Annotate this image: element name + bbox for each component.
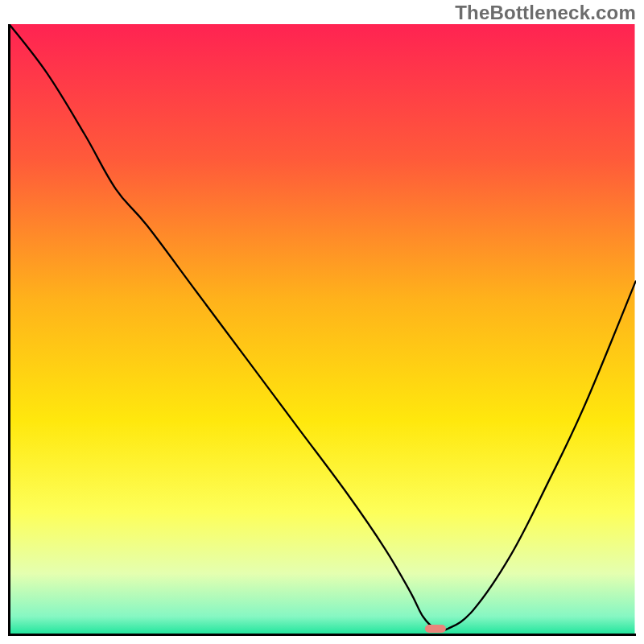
chart-container: TheBottleneck.com bbox=[0, 0, 644, 644]
marker-point bbox=[425, 625, 446, 633]
plot-background bbox=[10, 24, 635, 635]
bottleneck-chart bbox=[8, 24, 636, 636]
watermark-text: TheBottleneck.com bbox=[455, 2, 636, 24]
